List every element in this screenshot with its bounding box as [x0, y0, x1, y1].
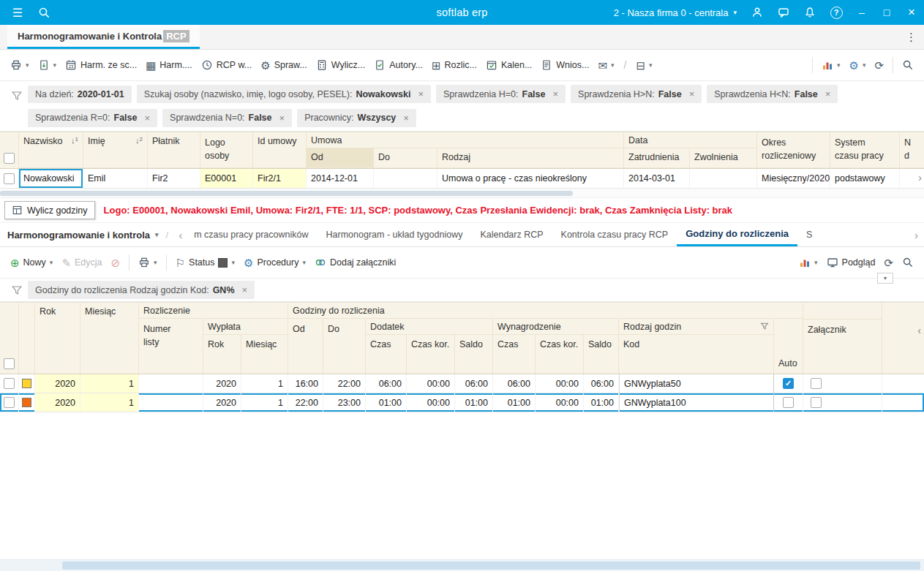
t1-col-imie[interactable]: Imię ↓2 — [83, 132, 148, 168]
employee-row[interactable]: Nowakowski Emil Fir2 E00001 Fir2/1 2014-… — [0, 169, 924, 189]
notifications-button[interactable] — [797, 0, 823, 25]
t2-cell-wyn-czas[interactable]: 01:00 — [493, 393, 536, 412]
t2-cell-dodatek-saldo[interactable]: 01:00 — [455, 393, 493, 412]
t2-col-wyplata[interactable]: Wypłata — [203, 319, 288, 335]
t1-cell-logo[interactable]: E00001 — [200, 169, 253, 188]
grid-search-button[interactable] — [898, 253, 918, 272]
mail-button[interactable]: ✉ ▾ — [593, 56, 618, 75]
filter-row-cell[interactable] — [83, 167, 147, 168]
edit-button[interactable]: ✎ Edycja — [57, 254, 106, 272]
bottom-scrollbar-thumb[interactable] — [62, 561, 920, 570]
print-button[interactable]: ▾ — [134, 253, 162, 272]
subtab-kontrola-czasu-pracy-rcp[interactable]: Kontrola czasu pracy RCP — [552, 223, 677, 246]
filter-chip-sprawdzenia-h0[interactable]: Sprawdzenia H=0: False × — [436, 85, 566, 103]
t2-cell-dodatek-czas-kor[interactable]: 00:00 — [407, 393, 455, 412]
window-close-button[interactable]: × — [899, 0, 924, 25]
t1-cell-od[interactable]: 2014-12-01 — [307, 169, 374, 188]
t2-col-wynagrodzenie[interactable]: Wynagrodzenie — [493, 319, 618, 335]
t1-col-nazwisko[interactable]: Nazwisko ↓1 — [19, 132, 83, 168]
subtab-harmonogram-czasu-pracy[interactable]: m czasu pracy pracowników — [185, 223, 317, 246]
t2-col-wyn-czas-kor[interactable]: Czas kor. — [536, 335, 584, 374]
row-checkbox[interactable] — [4, 173, 15, 184]
auto-checkbox[interactable] — [783, 397, 794, 408]
tabs-scroll-right-button[interactable]: › — [914, 223, 918, 247]
filter-row-cell[interactable] — [307, 167, 373, 168]
t1-col-zwolnienia[interactable]: Zwolnienia — [690, 148, 757, 168]
tab-harmonogramowanie-i-kontrola-rcp[interactable]: Harmonogramowanie i Kontrola RCP — [7, 25, 200, 49]
autoryzacja-button[interactable]: Autory... — [369, 56, 427, 75]
filter-row-cell[interactable] — [200, 167, 252, 168]
procedures-button[interactable]: ⚙ Procedury ▾ — [239, 254, 310, 272]
column-filter-funnel-icon[interactable] — [760, 322, 769, 330]
rcp-button[interactable]: RCP w... — [197, 56, 256, 75]
t2-cell-rok[interactable]: 2020 — [35, 393, 80, 412]
filter-row-cell[interactable] — [148, 167, 200, 168]
chip-close-icon[interactable]: × — [552, 88, 558, 99]
t2-cell-wyn-saldo[interactable]: 06:00 — [584, 374, 619, 393]
t2-cell-wyplata-miesiac[interactable]: 1 — [241, 374, 288, 393]
t2-col-wyplata-rok[interactable]: Rok — [203, 335, 241, 374]
t2-cell-kod[interactable]: GNWyplata50 — [619, 374, 774, 393]
t2-col-kod[interactable]: Kod — [619, 335, 773, 355]
module-menu-button[interactable]: Harmonogramowanie i kontrola ▾ — [7, 223, 159, 246]
t2-col-rodzaj-godzin[interactable]: Rodzaj godzin — [619, 319, 773, 335]
t2-cell-dodatek-czas-kor[interactable]: 00:00 — [407, 374, 455, 393]
t1-col-truncated[interactable]: Nd — [900, 132, 924, 168]
subtab-truncated[interactable]: S — [797, 223, 821, 246]
export-button[interactable]: ▾ — [34, 56, 61, 75]
harmonogram-button[interactable]: ▦ Harm.... — [141, 56, 197, 75]
layout-button[interactable]: ⊟ ▾ — [631, 56, 656, 75]
filter-chip-pracownicy[interactable]: Pracownicy: Wszyscy × — [297, 109, 416, 127]
t1-col-id-umowy[interactable]: Id umowy — [253, 132, 307, 168]
chip-close-icon[interactable]: × — [403, 113, 409, 124]
attachment-checkbox[interactable] — [811, 397, 822, 408]
chevron-right-icon[interactable]: › — [918, 172, 922, 184]
user-profile-button[interactable] — [744, 0, 770, 25]
t2-cell-wyplata-rok[interactable]: 2020 — [203, 374, 241, 393]
t1-col-okres-rozliczeniowy[interactable]: Okresrozliczeniowy — [757, 132, 830, 168]
t2-cell-numer-listy[interactable] — [139, 374, 203, 393]
refresh-button[interactable]: ⟳ — [870, 56, 888, 75]
t2-col-wyn-czas[interactable]: Czas — [493, 335, 536, 374]
filter-funnel[interactable] — [6, 284, 28, 296]
analysis-chart-button[interactable]: ▾ — [817, 56, 845, 75]
tab-overflow-menu-button[interactable]: ⋮ — [906, 25, 917, 50]
t1-cell-system[interactable]: podstawowy — [830, 169, 900, 188]
t2-cell-miesiac[interactable]: 1 — [80, 374, 139, 393]
grid-search-button[interactable] — [898, 56, 918, 75]
t1-col-umowa-do[interactable]: Do — [374, 148, 437, 168]
t2-col-dodatek-saldo[interactable]: Saldo — [455, 335, 493, 374]
window-maximize-button[interactable]: □ — [874, 0, 899, 25]
t2-cell-wyplata-miesiac[interactable]: 1 — [241, 393, 288, 412]
t1-col-zatrudnienia[interactable]: Zatrudnienia — [624, 148, 690, 168]
t2-cell-wyn-czas-kor[interactable]: 00:00 — [536, 374, 584, 393]
t2-col-dodatek-czas-kor[interactable]: Czas kor. — [407, 335, 455, 374]
subtab-godziny-do-rozliczenia[interactable]: Godziny do rozliczenia — [677, 223, 797, 246]
t2-cell-wyn-czas-kor[interactable]: 00:00 — [536, 393, 584, 412]
t1-col-system-czasu-pracy[interactable]: Systemczasu pracy — [830, 132, 900, 168]
row-checkbox[interactable] — [4, 397, 15, 408]
status-button[interactable]: ⚐ Status ▾ — [171, 254, 239, 272]
filter-chip-na-dzien[interactable]: Na dzień: 2020-01-01 — [28, 86, 132, 103]
t2-col-wyplata-miesiac[interactable]: Miesiąc — [241, 335, 288, 374]
t1-col-logo-osoby[interactable]: Logoosoby — [200, 132, 253, 168]
t2-cell-wyn-czas[interactable]: 06:00 — [493, 374, 536, 393]
t1-col-data[interactable]: Data — [624, 132, 756, 148]
wnioski-button[interactable]: Wnios... — [536, 56, 593, 75]
filter-row-cell[interactable] — [757, 167, 830, 168]
filter-row-cell[interactable] — [690, 167, 757, 168]
row-checkbox[interactable] — [4, 378, 15, 389]
messages-button[interactable] — [770, 0, 797, 25]
filter-funnel[interactable] — [6, 85, 28, 127]
t1-col-umowa-rodzaj[interactable]: Rodzaj — [437, 148, 624, 168]
t2-col-numer-listy[interactable]: Numerlisty — [139, 319, 203, 374]
filter-chip-sprawdzenia-n0[interactable]: Sprawdzenia N=0: False × — [162, 109, 292, 127]
t2-cell-dodatek-saldo[interactable]: 06:00 — [455, 374, 493, 393]
t2-cell-wyplata-rok[interactable]: 2020 — [203, 393, 241, 412]
delete-button[interactable]: ⊘ — [106, 254, 124, 272]
t2-col-dodatek-czas[interactable]: Czas — [366, 335, 407, 374]
filter-chip-sprawdzenia-r0[interactable]: Sprawdzenia R=0: False × — [28, 109, 157, 127]
panel-collapse-button[interactable]: ▾ — [877, 273, 893, 284]
chip-close-icon[interactable]: × — [242, 284, 248, 295]
t2-cell-numer-listy[interactable] — [139, 393, 203, 412]
